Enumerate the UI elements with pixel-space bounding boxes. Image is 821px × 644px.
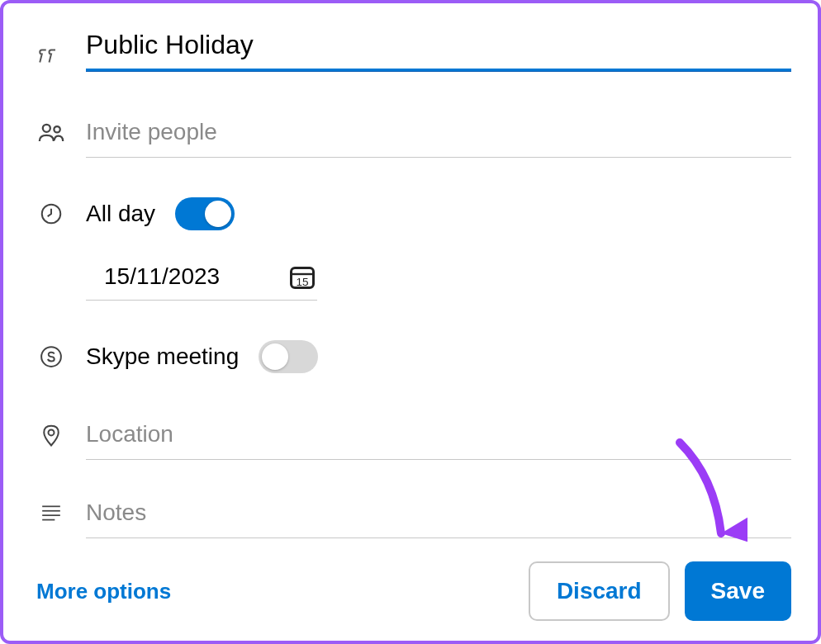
svg-point-0 bbox=[43, 124, 50, 131]
skype-icon bbox=[36, 342, 66, 372]
event-dialog: All day 15/11/2023 15 Skype meet bbox=[0, 0, 821, 644]
svg-point-6 bbox=[49, 429, 55, 435]
allday-label: All day bbox=[86, 201, 155, 227]
more-options-link[interactable]: More options bbox=[36, 579, 171, 604]
location-input[interactable] bbox=[86, 410, 791, 460]
event-title-input[interactable] bbox=[86, 26, 791, 71]
save-button[interactable]: Save bbox=[685, 561, 791, 621]
skype-label: Skype meeting bbox=[86, 343, 239, 370]
notes-input[interactable] bbox=[86, 488, 791, 538]
location-icon bbox=[36, 420, 66, 450]
invite-row bbox=[36, 107, 791, 158]
dialog-footer: More options Discard Save bbox=[36, 545, 791, 621]
calendar-icon: 15 bbox=[287, 262, 317, 291]
date-value: 15/11/2023 bbox=[104, 263, 220, 290]
discard-button[interactable]: Discard bbox=[529, 561, 670, 621]
date-field[interactable]: 15/11/2023 15 bbox=[86, 253, 317, 301]
skype-row: Skype meeting bbox=[36, 340, 791, 373]
svg-point-1 bbox=[54, 126, 59, 132]
allday-toggle[interactable] bbox=[175, 197, 235, 230]
button-group: Discard Save bbox=[529, 561, 791, 621]
title-row bbox=[36, 26, 791, 71]
allday-row: All day bbox=[36, 197, 791, 230]
notes-row bbox=[36, 488, 791, 538]
invite-people-input[interactable] bbox=[86, 107, 791, 158]
people-icon bbox=[36, 118, 66, 148]
clock-icon bbox=[36, 199, 66, 229]
title-icon bbox=[36, 41, 66, 71]
svg-text:15: 15 bbox=[296, 276, 308, 288]
skype-toggle[interactable] bbox=[259, 340, 318, 373]
notes-icon bbox=[36, 499, 66, 528]
date-row: 15/11/2023 15 bbox=[36, 253, 791, 301]
location-row bbox=[36, 410, 791, 460]
